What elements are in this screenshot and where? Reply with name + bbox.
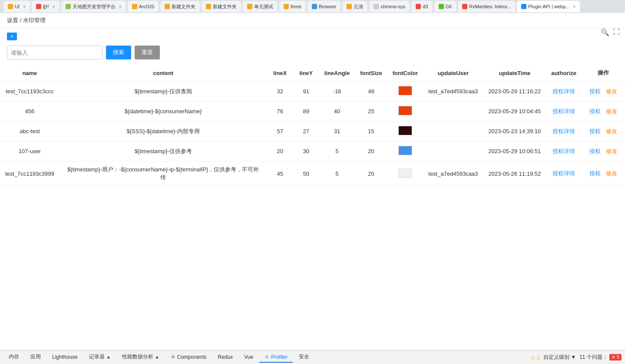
color-swatch	[398, 126, 412, 135]
search-button[interactable]: 搜索	[106, 46, 131, 59]
tab-favicon	[347, 4, 352, 9]
cell-authorize-detail[interactable]: 授权详情	[546, 121, 582, 141]
authorize-link[interactable]: 授权	[589, 128, 601, 134]
cell-name: 456	[0, 102, 60, 121]
cell-updatetime: 2023-05-23 14:39:10	[483, 121, 546, 141]
tab-label: G6	[446, 4, 452, 9]
tab-label: 天地图开发管理平台	[73, 3, 116, 10]
tab-chromesys[interactable]: chrome-sys	[369, 1, 410, 12]
cell-updatetime: 2023-05-29 10:06:51	[483, 141, 546, 161]
cell-fontsize: 48	[355, 82, 387, 102]
cell-linex: 76	[267, 102, 293, 121]
col-header-content: content	[60, 65, 267, 82]
breadcrumb-separator: /	[20, 17, 23, 23]
cell-linex: 32	[267, 82, 293, 102]
cell-authorize-detail[interactable]: 授权详情	[546, 161, 582, 186]
table-row: test_7cc1193c3999 ${timestamp}-用户：-${con…	[0, 161, 625, 186]
cell-authorize-detail[interactable]: 授权详情	[546, 141, 582, 161]
tab-close-icon[interactable]: ×	[573, 4, 575, 9]
table-body: test_7cc1193c3ccc ${timestamp}-仅供查阅 32 9…	[0, 82, 625, 186]
tab-browser[interactable]: Browser	[308, 1, 341, 12]
cell-op: 授权 修改	[582, 141, 625, 161]
cell-lineangle: 5	[319, 141, 355, 161]
breadcrumb: 设置 / 水印管理	[0, 13, 625, 28]
edit-link[interactable]: 修改	[606, 128, 617, 134]
cell-authorize-detail[interactable]: 授权详情	[546, 102, 582, 121]
tab-favicon	[66, 4, 71, 9]
tab-label: RxMarbles: Intera...	[469, 4, 511, 9]
table-header-row: name content lineX lineY lineAngle fontS…	[0, 65, 625, 82]
tab-favicon	[374, 4, 379, 9]
browser-tabs-bar: UI × 妙! × 天地图开发管理平台 × ArcGIS 新建文件夹 新建文件夹…	[0, 0, 625, 13]
col-header-lineangle: lineAngle	[319, 65, 355, 82]
tab-label: chrome-sys	[380, 4, 405, 9]
tab-newdir[interactable]: 新建文件夹	[202, 1, 241, 12]
edit-link[interactable]: 修改	[606, 88, 617, 95]
tab-close-icon[interactable]: ×	[23, 4, 26, 9]
tab-miao[interactable]: 妙! ×	[32, 1, 60, 12]
table-row: 456 ${datetime}-${consumerName} 76 89 40…	[0, 102, 625, 121]
tab-favicon	[8, 4, 13, 9]
tab-g6[interactable]: G6	[434, 1, 456, 12]
search-input[interactable]	[7, 46, 103, 59]
col-header-authorize: authorize	[546, 65, 582, 82]
tab-newfile[interactable]: 新建文件夹	[160, 1, 200, 12]
edit-link[interactable]: 修改	[606, 148, 617, 154]
cell-op: 授权 修改	[582, 82, 625, 102]
tab-favicon	[312, 4, 317, 9]
cell-updateuser	[423, 121, 483, 141]
authorize-link[interactable]: 授权	[589, 170, 601, 177]
cell-fontsize: 20	[355, 141, 387, 161]
col-header-op: 操作	[582, 65, 625, 82]
search-icon[interactable]: 🔍	[601, 28, 609, 36]
tab-close-icon[interactable]: ×	[53, 4, 55, 9]
cell-fontsize: 25	[355, 102, 387, 121]
tab-favicon	[132, 4, 137, 9]
edit-link[interactable]: 修改	[606, 170, 617, 177]
tab-pluginapi[interactable]: Plugin API | webp... ×	[517, 1, 580, 12]
cell-liney: 91	[293, 82, 319, 102]
cell-updatetime: 2023-05-29 11:16:22	[483, 82, 546, 102]
color-swatch	[398, 106, 412, 115]
tab-tianditu[interactable]: 天地图开发管理平台 ×	[61, 1, 126, 12]
cell-authorize-detail[interactable]: 授权详情	[546, 82, 582, 102]
tab-label: Plugin API | webp...	[528, 4, 569, 9]
tab-d3[interactable]: d3	[411, 1, 432, 12]
tab-unittest[interactable]: 单元测试	[243, 1, 278, 12]
cell-content: ${timestamp}-用户：-${consumerName}-ip-${te…	[60, 161, 267, 186]
authorize-link[interactable]: 授权	[589, 88, 601, 95]
cell-liney: 89	[293, 102, 319, 121]
cell-content: ${timestamp}-仅供参考	[60, 141, 267, 161]
cell-liney: 27	[293, 121, 319, 141]
fullscreen-icon[interactable]: ⛶	[613, 28, 620, 36]
authorize-link[interactable]: 授权	[589, 108, 601, 115]
tab-label: UI	[15, 4, 20, 9]
cell-name: test_7cc1193c3999	[0, 161, 60, 186]
col-header-fontcolor: fontColor	[387, 65, 423, 82]
cell-fontcolor	[387, 82, 423, 102]
tab-close-icon[interactable]: ×	[119, 4, 122, 9]
tab-label: 妙!	[43, 3, 49, 10]
cell-content: ${timestamp}-仅供查阅	[60, 82, 267, 102]
reset-button[interactable]: 重置	[135, 46, 160, 59]
authorize-link[interactable]: 授权	[589, 148, 601, 154]
tab-ui[interactable]: UI ×	[3, 1, 30, 12]
tab-favicon	[284, 4, 289, 9]
tab-three[interactable]: three	[279, 1, 306, 12]
tab-label: 新建文件夹	[172, 3, 195, 10]
search-area: 搜索 重置	[0, 40, 625, 59]
color-swatch	[398, 168, 412, 178]
tab-favicon	[206, 4, 211, 9]
tab-arcgis[interactable]: ArcGIS	[128, 1, 159, 12]
cell-linex: 20	[267, 141, 293, 161]
col-header-linex: lineX	[267, 65, 293, 82]
table-row: test_7cc1193c3ccc ${timestamp}-仅供查阅 32 9…	[0, 82, 625, 102]
tab-rxmarbles[interactable]: RxMarbles: Intera...	[458, 1, 515, 12]
tag-close-icon[interactable]: ×	[10, 33, 13, 39]
tab-yuanqing[interactable]: 元清	[342, 1, 367, 12]
cell-lineangle: 31	[319, 121, 355, 141]
cell-updateuser	[423, 102, 483, 121]
cell-lineangle: 40	[319, 102, 355, 121]
watermark-table: name content lineX lineY lineAngle fontS…	[0, 65, 625, 186]
edit-link[interactable]: 修改	[606, 108, 617, 115]
